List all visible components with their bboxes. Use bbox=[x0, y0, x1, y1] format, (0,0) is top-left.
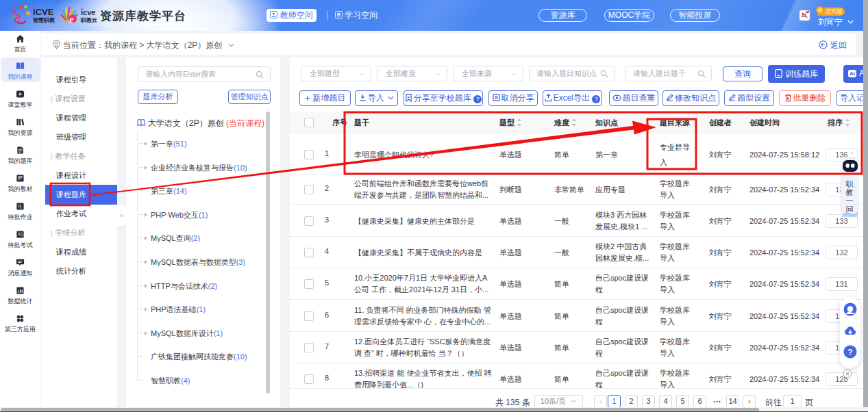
svg-text:?: ? bbox=[847, 348, 852, 357]
svg-text:职教云: 职教云 bbox=[80, 17, 97, 23]
svg-text:智慧职教: 智慧职教 bbox=[32, 17, 55, 23]
svg-text:iCVE: iCVE bbox=[33, 7, 54, 17]
svg-text:e: e bbox=[69, 14, 73, 25]
